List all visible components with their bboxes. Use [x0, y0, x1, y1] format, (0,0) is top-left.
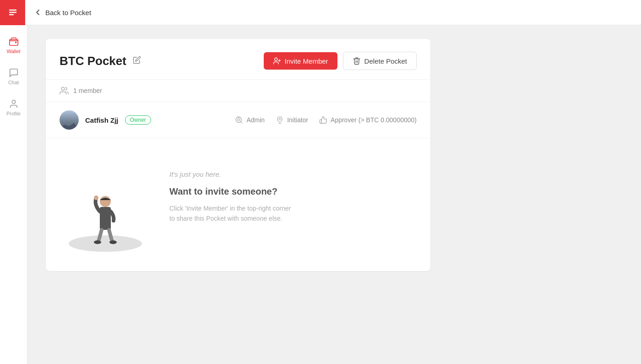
svg-point-14 — [69, 235, 142, 252]
sidebar-item-wallet[interactable]: Wallet — [2, 32, 26, 59]
empty-description: Click 'Invite Member' in the top-right c… — [169, 203, 298, 224]
members-row: 1 member — [46, 80, 430, 102]
svg-point-13 — [279, 118, 281, 120]
delete-label: Delete Pocket — [364, 57, 407, 65]
member-row: Catfish Zjj Owner Admin — [46, 102, 430, 138]
back-label: Back to Pocket — [45, 9, 91, 16]
svg-point-17 — [94, 240, 101, 244]
edit-icon[interactable] — [133, 56, 141, 66]
pocket-title: BTC Pocket — [60, 54, 126, 68]
admin-label: Admin — [246, 116, 265, 124]
owner-badge: Owner — [125, 115, 151, 125]
pocket-header: BTC Pocket Invite Member — [46, 39, 430, 80]
top-bar: Back to Pocket — [0, 0, 641, 25]
avatar — [60, 110, 79, 130]
sidebar-item-chat[interactable]: Chat — [2, 63, 26, 90]
member-roles: Admin Initiator Approver (> BTC 0.0 — [235, 116, 417, 124]
svg-point-18 — [109, 240, 117, 244]
sidebar: Wallet Chat Profile — [0, 25, 27, 364]
pocket-title-area: BTC Pocket — [60, 54, 141, 68]
role-approver: Approver (> BTC 0.00000000) — [319, 116, 417, 124]
invite-member-button[interactable]: Invite Member — [264, 52, 337, 70]
invite-label: Invite Member — [285, 57, 328, 65]
approver-label: Approver (> BTC 0.00000000) — [331, 116, 417, 124]
pocket-card: BTC Pocket Invite Member — [46, 39, 430, 271]
chat-label: Chat — [8, 80, 19, 85]
empty-text: It's just you here. Want to invite someo… — [169, 152, 298, 224]
svg-point-19 — [94, 196, 98, 200]
svg-point-16 — [100, 196, 111, 207]
svg-point-9 — [61, 87, 65, 91]
svg-point-5 — [12, 100, 15, 103]
members-count: 1 member — [73, 87, 102, 94]
member-name: Catfish Zjj — [85, 116, 119, 124]
profile-label: Profile — [6, 111, 21, 116]
empty-heading: Want to invite someone? — [169, 186, 298, 197]
role-admin: Admin — [235, 116, 265, 124]
empty-state: It's just you here. Want to invite someo… — [46, 138, 430, 271]
sidebar-item-profile[interactable]: Profile — [2, 94, 26, 121]
illustration — [60, 152, 151, 253]
empty-italic: It's just you here. — [169, 170, 298, 178]
main-content: BTC Pocket Invite Member — [27, 25, 641, 364]
back-button[interactable]: Back to Pocket — [34, 9, 91, 16]
app-logo — [0, 0, 25, 25]
svg-point-6 — [274, 58, 277, 60]
role-initiator: Initiator — [276, 116, 308, 124]
pocket-actions: Invite Member Delete Pocket — [264, 52, 417, 70]
svg-point-11 — [238, 119, 240, 121]
svg-rect-15 — [100, 207, 111, 230]
delete-pocket-button[interactable]: Delete Pocket — [343, 52, 417, 70]
wallet-label: Wallet — [6, 49, 20, 54]
initiator-label: Initiator — [287, 116, 308, 124]
